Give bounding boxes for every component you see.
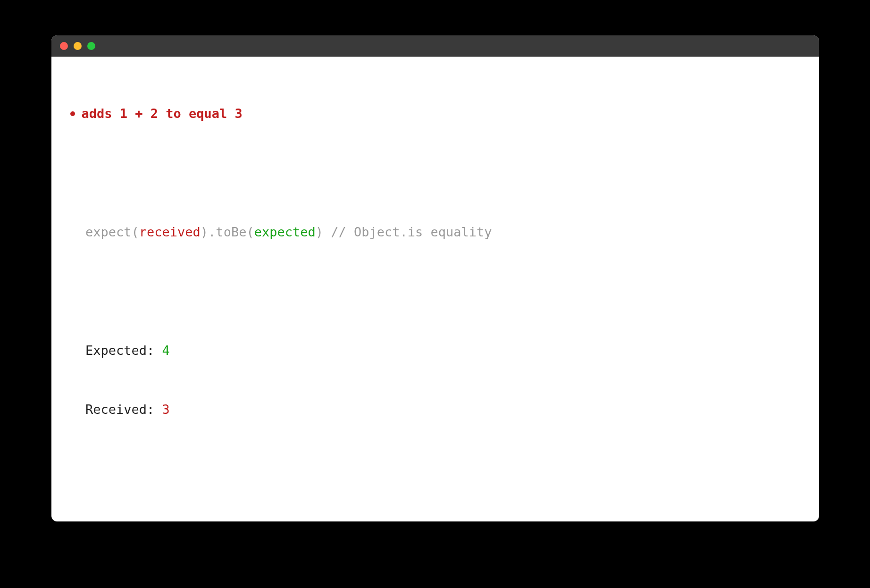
expected-param: expected <box>254 225 316 239</box>
test-title-row: adds 1 + 2 to equal 3 <box>70 104 800 124</box>
close-paren: ) <box>316 225 331 239</box>
received-value: 3 <box>162 402 170 417</box>
comment: // Object.is equality <box>331 225 492 239</box>
blank-line <box>70 281 800 301</box>
received-label: Received: <box>85 402 162 417</box>
received-param: received <box>139 225 201 239</box>
code-body <box>124 521 131 521</box>
close-icon[interactable] <box>60 42 68 50</box>
terminal-output: adds 1 + 2 to equal 3 expect(received).t… <box>51 57 819 521</box>
expect-text: expect( <box>85 225 139 239</box>
expected-label: Expected: <box>85 343 162 358</box>
maximize-icon[interactable] <box>87 42 95 50</box>
received-line: Received: 3 <box>70 400 800 420</box>
blank-line <box>70 459 800 479</box>
window-titlebar <box>51 35 819 57</box>
blank-line <box>70 163 800 183</box>
code-line-4: 4 | <box>70 518 800 521</box>
expected-value: 4 <box>162 343 170 358</box>
test-title: adds 1 + 2 to equal 3 <box>82 104 243 124</box>
bullet-icon <box>70 111 75 116</box>
tobe-text: ).toBe( <box>201 225 254 239</box>
matcher-line: expect(received).toBe(expected) // Objec… <box>70 222 800 242</box>
minimize-icon[interactable] <box>74 42 82 50</box>
gutter: 4 | <box>85 521 124 521</box>
terminal-window: adds 1 + 2 to equal 3 expect(received).t… <box>51 35 819 521</box>
expected-line: Expected: 4 <box>70 341 800 361</box>
